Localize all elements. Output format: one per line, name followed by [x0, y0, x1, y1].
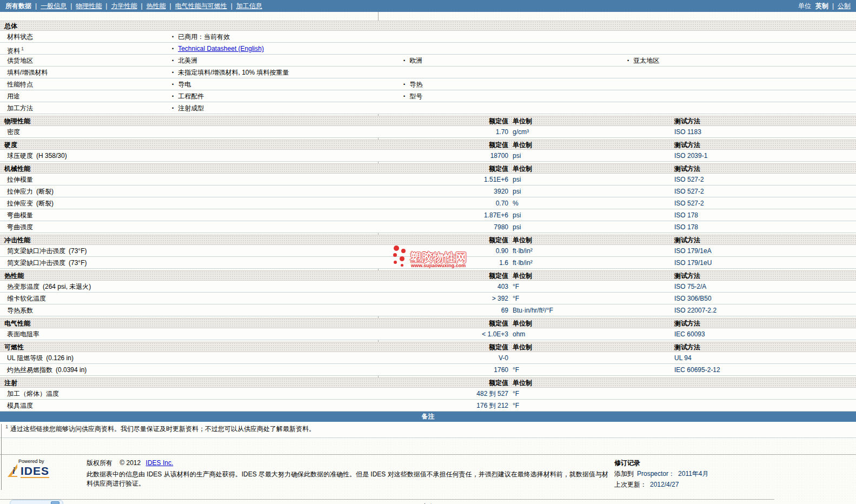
general-row: 用途•工程配件•型号	[0, 90, 856, 102]
column-header-value: 额定值	[462, 140, 508, 149]
nav-item-加工信息[interactable]: 加工信息	[236, 2, 262, 11]
property-condition: (73°F)	[69, 259, 87, 267]
test-method: ISO 178	[671, 221, 856, 233]
datasheet-link[interactable]: Technical Datasheet (English)	[178, 45, 264, 52]
nav-item-电气性能与可燃性[interactable]: 电气性能与可燃性	[175, 2, 227, 11]
copyright-year: © 2012	[120, 459, 141, 467]
nav-item-一般信息[interactable]: 一般信息	[41, 2, 67, 11]
general-row-value: •导电	[172, 78, 191, 91]
property-label: 加工（熔体）温度	[0, 388, 462, 399]
copyright-line: 版权所有 © 2012 IDES Inc.	[87, 459, 612, 468]
section-header: 物理性能额定值单位制测试方法	[0, 116, 856, 126]
property-row: 导热系数69Btu·in/hr/ft²/°FISO 22007-2.2	[0, 304, 856, 316]
test-method: ISO 2039-1	[671, 150, 856, 161]
test-method: ISO 1183	[671, 126, 856, 137]
section-header: 机械性能额定值单位制测试方法	[0, 163, 856, 174]
revision-added-line: 添加到Prospector：2011年4月	[614, 469, 851, 479]
property-label: 模具温度	[0, 400, 462, 411]
property-unit: psi	[508, 209, 671, 221]
property-value: 1.70	[462, 126, 508, 137]
column-header-unit: 单位制	[508, 235, 671, 244]
column-header-value: 额定值	[462, 319, 508, 328]
ides-inc-link[interactable]: IDES Inc.	[146, 459, 174, 467]
general-row: 加工方法•注射成型	[0, 102, 856, 114]
column-header-method: 测试方法	[671, 116, 856, 125]
property-label: 简支梁缺口冲击强度(73°F)	[0, 245, 462, 256]
property-label: 简支梁缺口冲击强度(73°F)	[0, 257, 462, 268]
general-row-label: 供货地区	[0, 57, 33, 64]
property-value: V-0	[462, 352, 508, 363]
general-row-value: •导热	[403, 78, 422, 91]
bullet-icon: •	[172, 82, 174, 87]
property-value: 1.6	[462, 257, 508, 268]
property-value: 0.70	[462, 197, 508, 209]
bullet-icon: •	[403, 82, 405, 87]
column-header-value: 额定值	[462, 342, 508, 352]
property-condition: (73°F)	[69, 247, 87, 255]
section-title: 热性能	[0, 271, 462, 280]
unit-english-current: 英制	[815, 2, 828, 11]
ad-divider	[0, 499, 774, 500]
left-border-artifact	[1, 424, 2, 490]
revision-updated-line: 上次更新：2012/4/27	[614, 480, 851, 489]
general-row-label: 加工方法	[0, 104, 33, 112]
nav-links: 所有数据 |一般信息|物理性能|力学性能|热性能|电气性能与可燃性|加工信息	[5, 2, 262, 11]
property-row: 弯曲强度7980psiISO 178	[0, 221, 856, 233]
property-row: 灼热丝易燃指数(0.0394 in)1760°FIEC 60695-2-12	[0, 364, 856, 376]
property-value: 18700	[462, 150, 508, 161]
copyright-prefix: 版权所有	[87, 459, 112, 467]
property-unit: °F	[508, 388, 671, 399]
value-text: 导热	[409, 81, 422, 88]
test-method: ISO 527-2	[671, 174, 856, 185]
section-title: 物理性能	[0, 116, 462, 125]
property-row: 弯曲模量1.87E+6psiISO 178	[0, 209, 856, 221]
property-row: 拉伸模量1.51E+6psiISO 527-2	[0, 174, 856, 185]
bullet-icon: •	[172, 34, 174, 39]
property-unit: °F	[508, 281, 671, 292]
revision-title: 修订记录	[614, 459, 851, 468]
widget-button[interactable]	[51, 501, 59, 504]
property-label: 表面电阻率	[0, 328, 462, 340]
revision-record: 修订记录 添加到Prospector：2011年4月 上次更新：2012/4/2…	[612, 459, 851, 491]
bullet-icon: •	[403, 58, 405, 63]
section-gap	[0, 316, 856, 318]
top-nav-bar: 所有数据 |一般信息|物理性能|力学性能|热性能|电气性能与可燃性|加工信息 单…	[0, 0, 856, 12]
property-unit: ft·lb/in²	[508, 245, 671, 256]
updated-date: 2012/4/27	[650, 481, 679, 488]
property-label: 导热系数	[0, 304, 462, 316]
column-header-unit: 单位制	[508, 116, 671, 125]
property-value: 0.90	[462, 245, 508, 256]
column-header-method: 测试方法	[671, 164, 856, 173]
section-header: 注射额定值单位制	[0, 377, 856, 388]
property-unit	[508, 352, 671, 363]
column-header-method: 测试方法	[671, 342, 856, 352]
section-gap	[0, 162, 856, 163]
property-value: 1.87E+6	[462, 209, 508, 221]
property-row: 热变形温度(264 psi, 未退火)403°FISO 75-2/A	[0, 281, 856, 293]
floating-widget[interactable]	[10, 500, 63, 504]
property-row: 简支梁缺口冲击强度(73°F)1.6ft·lb/in²ISO 179/1eU	[0, 257, 856, 269]
section-gap	[0, 376, 856, 377]
bullet-icon: •	[172, 94, 174, 99]
footnote-superscript: 1	[5, 424, 8, 429]
test-method: ISO 75-2/A	[671, 281, 856, 292]
property-condition: (断裂)	[36, 188, 54, 195]
general-row-label: 性能特点	[0, 81, 33, 88]
nav-item-热性能[interactable]: 热性能	[147, 2, 166, 11]
nav-item-力学性能[interactable]: 力学性能	[111, 2, 137, 11]
general-row-value: •未指定填料/增强材料, 10% 填料按重量	[172, 67, 289, 79]
ides-logo[interactable]: Powered by i IDES	[8, 459, 82, 478]
test-method: ISO 22007-2.2	[671, 304, 856, 316]
general-row-value: •工程配件	[172, 90, 204, 103]
general-row-value: •型号	[403, 90, 422, 103]
ides-logo-text: IDES	[21, 465, 49, 478]
property-row: 加工（熔体）温度482 到 527°F	[0, 388, 856, 400]
section-header: 可燃性额定值单位制测试方法	[0, 342, 856, 352]
unit-metric-link[interactable]: 公制	[838, 2, 851, 11]
nav-item-物理性能[interactable]: 物理性能	[76, 2, 102, 11]
test-method: IEC 60093	[671, 328, 856, 340]
general-row: 供货地区•北美洲•欧洲•亚太地区	[0, 55, 856, 67]
nav-separator: |	[170, 2, 171, 10]
column-header-method: 测试方法	[671, 319, 856, 328]
nav-item-all-data: 所有数据	[5, 2, 31, 11]
